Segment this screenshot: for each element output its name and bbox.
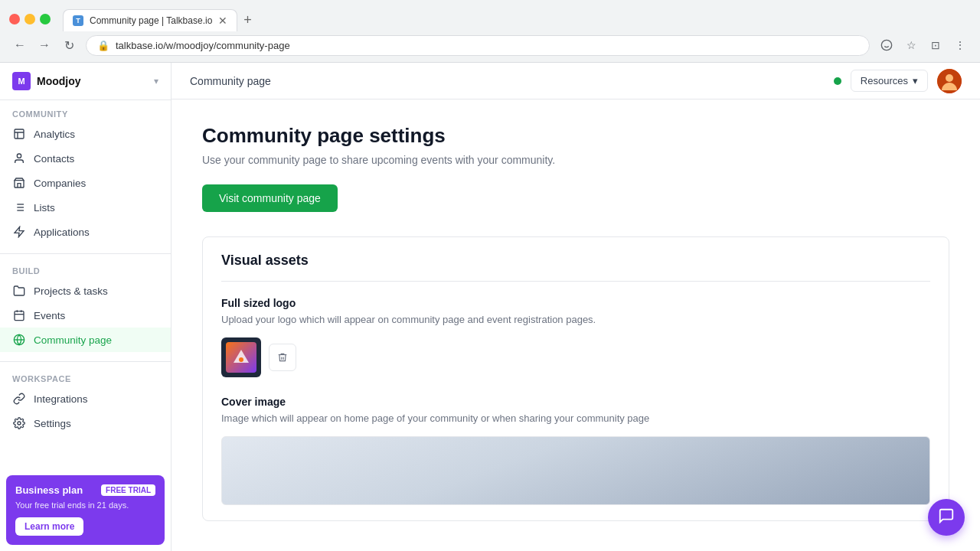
reload-btn[interactable]: ↻ bbox=[58, 34, 80, 56]
resources-btn[interactable]: Resources ▾ bbox=[851, 70, 928, 92]
delete-logo-btn[interactable] bbox=[269, 344, 296, 371]
companies-icon bbox=[12, 176, 26, 190]
bookmark-btn[interactable]: ☆ bbox=[900, 34, 922, 56]
svg-point-18 bbox=[18, 422, 21, 425]
cover-description: Image which will appear on home page of … bbox=[221, 412, 930, 424]
sidebar-item-contacts[interactable]: Contacts bbox=[0, 146, 171, 171]
svg-point-0 bbox=[881, 40, 891, 50]
sidebar-analytics-label: Analytics bbox=[34, 129, 75, 140]
contacts-icon bbox=[12, 152, 26, 165]
incognito-btn[interactable] bbox=[876, 34, 897, 56]
maximize-window-btn[interactable] bbox=[40, 14, 51, 24]
status-dot bbox=[834, 77, 841, 85]
workspace-name: M Moodjoy bbox=[12, 72, 81, 90]
logo-section: Full sized logo Upload your logo which w… bbox=[221, 297, 930, 377]
applications-icon bbox=[12, 225, 26, 239]
resources-chevron-icon: ▾ bbox=[913, 75, 918, 86]
sidebar-item-analytics[interactable]: Analytics bbox=[0, 122, 171, 146]
page-title: Community page settings bbox=[202, 124, 949, 148]
resources-label: Resources bbox=[861, 75, 908, 86]
sidebar-item-integrations[interactable]: Integrations bbox=[0, 386, 171, 411]
visit-community-page-btn[interactable]: Visit community page bbox=[202, 184, 338, 212]
integrations-icon bbox=[12, 392, 26, 406]
projects-icon bbox=[12, 284, 26, 298]
sidebar-build-section: BUILD Projects & tasks Events Community … bbox=[0, 257, 171, 358]
logo-thumbnail bbox=[221, 337, 261, 377]
sidebar-item-companies[interactable]: Companies bbox=[0, 171, 171, 195]
new-tab-btn[interactable]: + bbox=[237, 9, 258, 31]
tab-close-btn[interactable]: ✕ bbox=[218, 15, 227, 27]
svg-marker-11 bbox=[15, 227, 24, 236]
app-layout: M Moodjoy ▾ COMMUNITY Analytics Contacts bbox=[0, 63, 980, 551]
workspace-chevron-icon[interactable]: ▾ bbox=[154, 76, 158, 86]
chat-btn[interactable] bbox=[928, 499, 965, 536]
address-bar: ← → ↻ 🔒 talkbase.io/w/moodjoy/community-… bbox=[0, 31, 980, 62]
workspace-section-label: WORKSPACE bbox=[0, 371, 171, 386]
svg-rect-12 bbox=[15, 311, 24, 321]
sidebar: M Moodjoy ▾ COMMUNITY Analytics Contacts bbox=[0, 63, 172, 551]
breadcrumb: Community page bbox=[190, 75, 271, 87]
back-btn[interactable]: ← bbox=[9, 34, 31, 56]
browser-chrome: T Community page | Talkbase.io ✕ + ← → ↻… bbox=[0, 0, 980, 63]
visual-assets-card: Visual assets Full sized logo Upload you… bbox=[202, 236, 949, 521]
community-page-icon bbox=[12, 333, 26, 347]
split-btn[interactable]: ⊡ bbox=[925, 34, 946, 56]
logo-description: Upload your logo which will appear on co… bbox=[221, 314, 930, 325]
browser-tab-active[interactable]: T Community page | Talkbase.io ✕ bbox=[63, 9, 237, 31]
business-banner: Business plan FREE TRIAL Your free trial… bbox=[6, 475, 165, 545]
build-section-label: BUILD bbox=[0, 263, 171, 279]
chat-icon bbox=[938, 507, 955, 528]
close-window-btn[interactable] bbox=[9, 14, 20, 24]
events-icon bbox=[12, 308, 26, 322]
sidebar-lists-label: Lists bbox=[34, 202, 55, 214]
sidebar-divider-2 bbox=[0, 361, 171, 362]
sidebar-item-applications[interactable]: Applications bbox=[0, 220, 171, 244]
tab-favicon: T bbox=[73, 15, 83, 26]
cover-image-preview bbox=[221, 436, 930, 505]
sidebar-community-page-label: Community page bbox=[34, 334, 112, 346]
cover-section: Cover image Image which will appear on h… bbox=[221, 396, 930, 505]
sidebar-item-events[interactable]: Events bbox=[0, 303, 171, 328]
workspace-label: Moodjoy bbox=[37, 75, 81, 87]
sidebar-integrations-label: Integrations bbox=[34, 393, 88, 405]
minimize-window-btn[interactable] bbox=[24, 14, 35, 24]
url-text: talkbase.io/w/moodjoy/community-page bbox=[116, 40, 858, 51]
cover-label: Cover image bbox=[221, 396, 930, 408]
sidebar-divider-1 bbox=[0, 253, 171, 254]
main-content: Community page settings Use your communi… bbox=[172, 99, 980, 551]
tab-title: Community page | Talkbase.io bbox=[90, 15, 212, 26]
visual-assets-title: Visual assets bbox=[221, 253, 930, 282]
workspace-avatar: M bbox=[12, 72, 31, 90]
sidebar-item-settings[interactable]: Settings bbox=[0, 411, 171, 435]
svg-point-21 bbox=[946, 74, 953, 82]
sidebar-header: M Moodjoy ▾ bbox=[0, 63, 171, 100]
user-avatar[interactable] bbox=[937, 69, 962, 93]
sidebar-applications-label: Applications bbox=[34, 227, 90, 238]
logo-preview-area bbox=[221, 337, 930, 377]
banner-title-row: Business plan FREE TRIAL bbox=[15, 484, 155, 496]
learn-more-btn[interactable]: Learn more bbox=[15, 517, 83, 536]
forward-btn[interactable]: → bbox=[34, 34, 55, 56]
top-header: Community page Resources ▾ bbox=[172, 63, 980, 99]
menu-btn[interactable]: ⋮ bbox=[949, 34, 971, 56]
logo-thumb-inner bbox=[226, 342, 256, 373]
sidebar-companies-label: Companies bbox=[34, 178, 86, 189]
settings-icon bbox=[12, 416, 26, 430]
banner-description: Your free trial ends in 21 days. bbox=[15, 500, 155, 510]
banner-badge: FREE TRIAL bbox=[101, 484, 155, 496]
sidebar-contacts-label: Contacts bbox=[34, 153, 74, 165]
logo-label: Full sized logo bbox=[221, 297, 930, 309]
community-section-label: COMMUNITY bbox=[0, 106, 171, 122]
banner-plan-label: Business plan bbox=[15, 484, 83, 496]
sidebar-workspace-section: WORKSPACE Integrations Settings bbox=[0, 365, 171, 442]
sidebar-item-lists[interactable]: Lists bbox=[0, 195, 171, 220]
svg-rect-3 bbox=[15, 129, 24, 139]
window-controls bbox=[9, 14, 51, 24]
analytics-icon bbox=[12, 127, 26, 141]
sidebar-projects-label: Projects & tasks bbox=[34, 285, 108, 297]
svg-point-22 bbox=[239, 357, 243, 362]
sidebar-item-community-page[interactable]: Community page bbox=[0, 328, 171, 352]
sidebar-settings-label: Settings bbox=[34, 418, 71, 429]
url-bar[interactable]: 🔒 talkbase.io/w/moodjoy/community-page bbox=[86, 35, 870, 56]
sidebar-item-projects[interactable]: Projects & tasks bbox=[0, 279, 171, 303]
